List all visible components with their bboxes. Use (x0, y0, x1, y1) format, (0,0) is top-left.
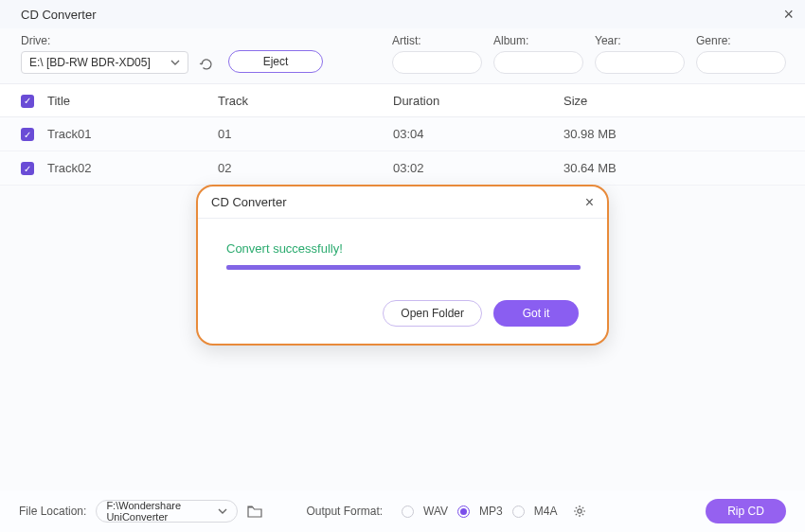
row-checkbox[interactable]: ✓ (21, 162, 34, 175)
select-all-checkbox[interactable]: ✓ (21, 95, 34, 108)
got-it-label: Got it (523, 307, 550, 320)
radio-mp3-label[interactable]: MP3 (479, 505, 503, 518)
open-folder-label: Open Folder (401, 307, 464, 320)
cell-size: 30.98 MB (564, 127, 784, 141)
top-controls: Drive: E:\ [BD-RW BDR-XD05] Eject Artist… (0, 28, 805, 83)
drive-group: Drive: E:\ [BD-RW BDR-XD05] (21, 34, 188, 74)
album-input[interactable] (493, 51, 583, 74)
output-format-label: Output Format: (306, 505, 383, 518)
year-label: Year: (595, 34, 685, 47)
row-checkbox[interactable]: ✓ (21, 128, 34, 141)
file-location-label: File Location: (19, 505, 86, 518)
open-folder-button[interactable]: Open Folder (383, 300, 482, 327)
chevron-down-icon (170, 60, 180, 65)
footer-bar: File Location: F:\Wondershare UniConvert… (0, 490, 805, 532)
progress-bar (226, 265, 581, 270)
folder-icon[interactable] (247, 505, 262, 518)
header-size: Size (564, 94, 784, 108)
cell-title: Track02 (47, 161, 218, 175)
chevron-down-icon (218, 508, 227, 514)
close-icon[interactable]: × (585, 194, 594, 211)
cell-track: 01 (218, 127, 393, 141)
eject-button[interactable]: Eject (228, 50, 323, 73)
gear-icon[interactable] (572, 504, 587, 519)
table-row[interactable]: ✓ Track02 02 03:02 30.64 MB (0, 151, 805, 186)
header-title: Title (47, 94, 218, 108)
artist-input[interactable] (392, 51, 482, 74)
refresh-icon[interactable] (196, 57, 217, 72)
header-track: Track (218, 94, 393, 108)
radio-m4a[interactable] (512, 505, 525, 518)
convert-success-dialog: CD Converter × Convert successfully! Ope… (196, 185, 609, 346)
drive-value: E:\ [BD-RW BDR-XD05] (29, 56, 151, 69)
dialog-header: CD Converter × (198, 186, 607, 219)
radio-wav-label[interactable]: WAV (423, 505, 448, 518)
close-icon[interactable]: × (783, 6, 794, 23)
radio-wav[interactable] (402, 505, 414, 518)
dialog-title: CD Converter (211, 195, 286, 209)
radio-m4a-label[interactable]: M4A (534, 505, 558, 518)
header-duration: Duration (393, 94, 564, 108)
cell-size: 30.64 MB (564, 161, 784, 175)
cell-duration: 03:02 (393, 161, 564, 175)
radio-mp3[interactable] (457, 505, 470, 518)
cell-title: Track01 (47, 127, 218, 141)
rip-cd-label: Rip CD (727, 505, 764, 518)
artist-label: Artist: (392, 34, 482, 47)
metadata-fields: Artist: Album: Year: Genre: (392, 34, 786, 74)
genre-label: Genre: (696, 34, 786, 47)
year-input[interactable] (595, 51, 685, 74)
drive-label: Drive: (21, 34, 188, 47)
table-row[interactable]: ✓ Track01 01 03:04 30.98 MB (0, 117, 805, 151)
got-it-button[interactable]: Got it (493, 300, 579, 327)
dialog-footer: Open Folder Got it (198, 300, 607, 344)
window-title: CD Converter (21, 8, 96, 22)
success-message: Convert successfully! (226, 241, 579, 256)
dialog-body: Convert successfully! (198, 219, 607, 300)
genre-input[interactable] (696, 51, 786, 74)
output-format-group: Output Format: WAV MP3 M4A (306, 504, 587, 519)
cell-track: 02 (218, 161, 393, 175)
svg-point-0 (578, 509, 581, 513)
title-bar: CD Converter × (0, 0, 805, 28)
album-label: Album: (493, 34, 583, 47)
file-location-value: F:\Wondershare UniConverter (106, 500, 218, 523)
drive-select[interactable]: E:\ [BD-RW BDR-XD05] (21, 51, 188, 74)
table-header: ✓ Title Track Duration Size (0, 83, 805, 117)
cell-duration: 03:04 (393, 127, 564, 141)
rip-cd-button[interactable]: Rip CD (706, 499, 786, 523)
eject-label: Eject (263, 55, 289, 68)
file-location-select[interactable]: F:\Wondershare UniConverter (96, 500, 238, 523)
